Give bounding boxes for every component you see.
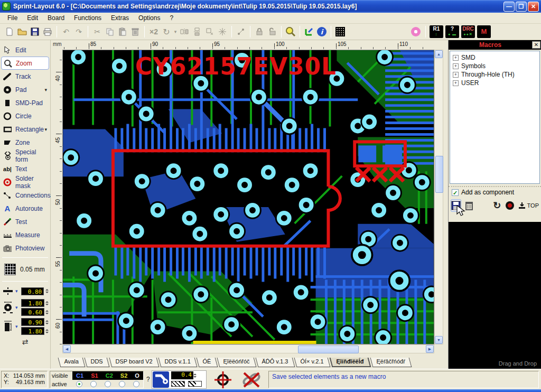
tool-track[interactable]: Track <box>0 70 50 83</box>
no-connection-icon[interactable] <box>239 370 264 389</box>
active-layer-s2-radio[interactable] <box>119 381 125 387</box>
tab-um[interactable]: ÓĚ <box>197 358 218 367</box>
connections-mode-icon[interactable] <box>235 25 247 38</box>
macros-close-button[interactable]: ✕ <box>532 41 540 49</box>
pad-diameter-spinner[interactable] <box>45 299 49 307</box>
expand-plus-icon[interactable]: + <box>453 55 459 61</box>
silkscreen-text[interactable]: CY62157EV30L <box>135 53 337 80</box>
current-trace-width[interactable]: 0.4 <box>171 371 193 379</box>
smd-width-value[interactable]: 0.90 <box>21 318 44 326</box>
tab-dsp-board-v2[interactable]: DSP board V2 <box>109 358 159 367</box>
measure-xy-icon[interactable] <box>303 25 315 38</box>
tree-item-smd[interactable]: + SMD <box>451 53 538 62</box>
tool-connections[interactable]: Connections <box>0 189 50 202</box>
copy-icon[interactable] <box>104 25 116 38</box>
menu-extras[interactable]: Extras <box>107 13 133 23</box>
menu-edit[interactable]: Edit <box>23 13 42 23</box>
cut-icon[interactable]: ✂ <box>91 25 104 38</box>
horizontal-scrollbar[interactable]: ◀ ▶ <box>62 344 434 353</box>
undo-icon[interactable]: ↶ <box>60 25 72 38</box>
pad-drill-value[interactable]: 0.60 <box>21 308 44 316</box>
hatch-half-swatch[interactable] <box>188 381 202 387</box>
add-as-component-checkbox[interactable]: ✓ <box>452 189 459 196</box>
tool-measure[interactable]: Measure <box>0 228 50 241</box>
lock-icon[interactable] <box>253 25 266 38</box>
tool-photoview[interactable]: Photoview <box>0 241 50 255</box>
tool-special-form[interactable]: Special form <box>0 149 50 162</box>
layer-c1-label[interactable]: C1 <box>76 372 83 379</box>
align-burst-icon[interactable] <box>216 25 229 38</box>
close-button[interactable]: ✕ <box>528 2 539 12</box>
tool-pad[interactable]: Pad ▾ <box>0 83 50 96</box>
track-width-value[interactable]: 0.80 <box>21 287 44 295</box>
solder-mask-toggle-icon[interactable] <box>411 27 421 36</box>
yellow-component-outline[interactable] <box>194 342 314 344</box>
tool-smd-pad[interactable]: SMD-Pad <box>0 96 50 109</box>
active-layer-c1-radio[interactable] <box>76 381 82 387</box>
tool-solder-mask[interactable]: Solder mask <box>0 175 50 189</box>
vertical-scrollbar[interactable]: ▲ ▼ <box>434 50 443 344</box>
footprint-wizard-button[interactable]: R1↕ <box>430 25 443 38</box>
tab-adf-v13[interactable]: ÄĎÔ v.1.3 <box>256 358 295 367</box>
tree-item-through-hole[interactable]: + Through-Hole (TH) <box>451 70 538 79</box>
tool-zoom[interactable]: Zoom <box>1 57 49 70</box>
smd-pad-1[interactable] <box>358 145 376 162</box>
crosshair-snap-icon[interactable] <box>210 370 236 389</box>
active-layer-s1-radio[interactable] <box>90 381 97 387</box>
layer-s2-label[interactable]: S2 <box>120 372 127 379</box>
tab-dds-v11[interactable]: DDS v.1.1 <box>158 358 197 367</box>
expand-plus-icon[interactable]: + <box>453 80 459 86</box>
rotate-icon[interactable]: ↻ <box>160 25 173 38</box>
smd-width-spinner[interactable] <box>45 318 49 326</box>
horizontal-scroll-thumb[interactable] <box>298 346 359 353</box>
vertical-scroll-thumb[interactable] <box>435 156 443 193</box>
menu-options[interactable]: Options <box>134 13 164 23</box>
tab-avala[interactable]: Avala <box>58 358 86 367</box>
active-layer-o-radio[interactable] <box>133 381 139 387</box>
scroll-down-button[interactable]: ▼ <box>435 336 443 344</box>
tab-dds[interactable]: DDS <box>85 358 110 367</box>
redo-icon[interactable]: ↷ <box>72 25 85 38</box>
tab-kontroller[interactable]: Ęîíňđîëëĺđ <box>330 358 371 367</box>
trace-width-spinner[interactable] <box>193 371 197 379</box>
scroll-left-button[interactable]: ◀ <box>63 345 71 353</box>
mirror-macro-button[interactable] <box>505 199 515 212</box>
layer-o-label[interactable]: O <box>135 372 139 379</box>
expand-plus-icon[interactable]: + <box>453 72 459 78</box>
scroll-right-button[interactable]: ▶ <box>426 345 434 353</box>
pcb-canvas[interactable]: CY62157EV30L <box>62 50 434 344</box>
rotate-macro-button[interactable]: ↻ <box>492 199 502 212</box>
tree-item-user[interactable]: + USER <box>451 79 538 87</box>
unlock-icon[interactable] <box>266 25 278 38</box>
ground-plane-icon[interactable] <box>334 25 347 38</box>
tree-item-symbols[interactable]: + Symbols <box>451 62 538 70</box>
pad-dropdown-arrow[interactable]: ▾ <box>44 87 47 92</box>
expand-plus-icon[interactable]: + <box>453 63 459 69</box>
active-layer-c2-radio[interactable] <box>105 381 111 387</box>
info-icon[interactable]: i <box>315 25 328 38</box>
drc-button[interactable]: DRC●●✕ <box>461 25 475 38</box>
rectangle-dropdown-arrow[interactable]: ▾ <box>44 127 47 132</box>
tool-zone[interactable]: Zone <box>0 136 50 149</box>
rotate-dropdown-arrow[interactable]: ▾ <box>173 25 178 38</box>
swap-dimensions-icon[interactable]: ⇄ <box>0 336 50 346</box>
trace-style-icon[interactable] <box>153 371 169 388</box>
menu-functions[interactable]: Functions <box>70 13 106 23</box>
layer-s1-label[interactable]: S1 <box>91 372 98 379</box>
smd-height-value[interactable]: 1.80 <box>21 327 44 335</box>
menu-help[interactable]: ? <box>165 13 178 23</box>
tool-edit[interactable]: Edit <box>0 43 50 57</box>
tool-text[interactable]: ab| Text <box>0 162 50 175</box>
macro-button[interactable]: M <box>477 25 491 38</box>
mirror-horizontal-icon[interactable] <box>178 25 191 38</box>
print-icon[interactable] <box>41 25 54 38</box>
tab-unch-v21[interactable]: ÓÍ× v.2.1 <box>294 358 331 367</box>
top-layer-button[interactable]: TOP <box>518 202 539 209</box>
snap-icon[interactable] <box>203 25 216 38</box>
macro-library-tree[interactable]: + SMD + Symbols + Through-Hole (TH) + US… <box>450 51 540 184</box>
menu-file[interactable]: File <box>3 13 22 23</box>
new-file-icon[interactable] <box>3 25 16 38</box>
help-check-button[interactable]: ?● ▬ <box>445 25 459 38</box>
scroll-up-button[interactable]: ▲ <box>435 50 443 58</box>
pad-size-dropdown[interactable]: ▾ <box>15 305 20 310</box>
